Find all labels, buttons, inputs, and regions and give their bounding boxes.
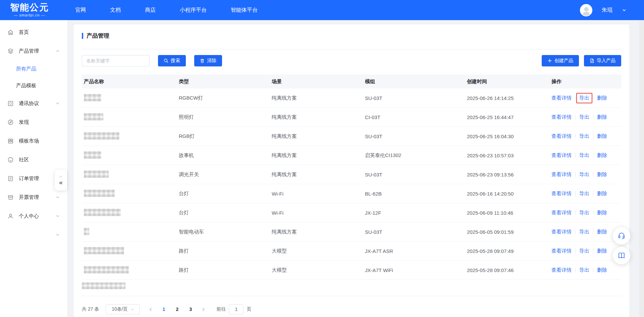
goto-page-input[interactable] (229, 304, 244, 314)
export-link[interactable]: 导出 (579, 210, 589, 216)
divider (593, 134, 593, 139)
divider (593, 115, 593, 119)
export-link[interactable]: 导出 (579, 152, 589, 159)
view-detail-link[interactable]: 查看详情 (551, 171, 572, 178)
plus-icon (547, 58, 552, 63)
divider (593, 268, 593, 272)
export-link[interactable]: 导出 (579, 114, 589, 120)
view-detail-link[interactable]: 查看详情 (551, 210, 572, 216)
export-link[interactable]: 导出 (579, 171, 589, 178)
nav-item-official-site[interactable]: 官网 (75, 7, 86, 14)
clear-button[interactable]: 清除 (194, 55, 222, 66)
sidebar-item-invoice-mgmt[interactable]: 开票管理 (0, 188, 67, 207)
sidebar-item-community[interactable]: 社区 (0, 150, 67, 169)
view-detail-link[interactable]: 查看详情 (551, 248, 572, 254)
delete-link[interactable]: 删除 (597, 152, 607, 159)
user-area: 朱琨 (580, 0, 627, 20)
export-link[interactable]: 导出 (579, 267, 589, 273)
cell-module: SU-03T (365, 95, 467, 101)
export-link[interactable]: 导出 (579, 229, 589, 235)
view-detail-link[interactable]: 查看详情 (551, 114, 572, 120)
divider (82, 49, 621, 49)
redacted-content (82, 282, 125, 289)
divider (575, 134, 576, 139)
cell-type: 调光开关 (179, 171, 272, 178)
delete-link[interactable]: 删除 (597, 191, 607, 197)
col-type: 类型 (179, 78, 272, 85)
cell-type: 台灯 (179, 210, 272, 216)
delete-link[interactable]: 删除 (597, 267, 607, 273)
sidebar-item-template-market[interactable]: 模板市场 (0, 131, 67, 150)
import-product-button[interactable]: 导入产品 (584, 55, 621, 66)
sidebar-item-product-templates[interactable]: 产品模板 (0, 77, 67, 94)
page-size-select[interactable]: 10条/页 (106, 304, 140, 314)
nav-item-shop[interactable]: 商店 (145, 7, 156, 14)
user-name[interactable]: 朱琨 (602, 7, 612, 14)
delete-link[interactable]: 删除 (597, 229, 607, 235)
docs-button[interactable] (613, 247, 630, 264)
sidebar-item-blank[interactable] (0, 225, 67, 244)
page-title: 产品管理 (87, 32, 109, 40)
delete-link[interactable]: 删除 (597, 114, 607, 120)
table-row: 照明灯 纯离线方案 CI-03T 2025-06-25 16:44:47 查看详… (82, 108, 621, 127)
view-detail-link[interactable]: 查看详情 (551, 95, 572, 101)
view-detail-link[interactable]: 查看详情 (551, 229, 572, 235)
col-actions: 操作 (551, 78, 621, 85)
create-product-button[interactable]: 创建产品 (542, 55, 579, 66)
sidebar-item-label: 订单管理 (19, 175, 39, 182)
cell-type: 故事机 (179, 152, 272, 159)
community-icon (7, 157, 14, 163)
chevron-down-icon[interactable] (622, 8, 627, 12)
sidebar-item-all-products[interactable]: 所有产品 (0, 60, 67, 77)
sidebar-item-product-mgmt[interactable]: 产品管理 (0, 42, 67, 60)
redacted-product-name (84, 151, 101, 159)
sidebar: 首页 产品管理 所有产品 产品模板 通讯协议 (0, 20, 67, 317)
view-detail-link[interactable]: 查看详情 (551, 133, 572, 140)
sidebar-item-label: 首页 (19, 29, 29, 36)
cell-module: JX-A7T ASR (365, 248, 467, 254)
nav-item-miniprogram-platform[interactable]: 小程序平台 (180, 7, 207, 14)
divider (593, 172, 593, 177)
view-detail-link[interactable]: 查看详情 (551, 191, 572, 197)
export-link[interactable]: 导出 (579, 133, 589, 140)
delete-link[interactable]: 删除 (597, 95, 607, 101)
prev-page-button[interactable] (149, 307, 153, 312)
page-title-row: 产品管理 (82, 24, 621, 40)
delete-link[interactable]: 删除 (597, 171, 607, 178)
search-input[interactable] (82, 55, 150, 66)
redacted-product-name (84, 209, 121, 216)
export-link[interactable]: 导出 (579, 191, 589, 197)
sidebar-collapse-handle[interactable]: « (55, 170, 67, 191)
cell-created: 2025-05-28 09:07:49 (467, 248, 551, 254)
page-scrollbar[interactable] (639, 20, 644, 317)
page-number-1[interactable]: 1 (161, 307, 166, 312)
col-created: 创建时间 (467, 78, 551, 85)
view-detail-link[interactable]: 查看详情 (551, 152, 572, 159)
divider (593, 249, 593, 253)
sidebar-item-personal-center[interactable]: 个人中心 (0, 207, 67, 225)
sidebar-item-discover[interactable]: 发现 (0, 113, 67, 131)
delete-link[interactable]: 删除 (597, 248, 607, 254)
delete-link[interactable]: 删除 (597, 133, 607, 140)
nav-item-agent-platform[interactable]: 智能体平台 (231, 7, 258, 14)
cell-scene: 纯离线方案 (272, 229, 365, 235)
page-number-2[interactable]: 2 (174, 307, 180, 312)
delete-link[interactable]: 删除 (597, 210, 607, 216)
avatar[interactable] (580, 4, 592, 16)
search-button[interactable]: 搜索 (158, 55, 186, 66)
divider (593, 229, 593, 234)
export-link[interactable]: 导出 (579, 95, 589, 101)
col-module: 模组 (365, 78, 467, 85)
support-button[interactable] (613, 227, 630, 245)
redacted-product-name (84, 170, 109, 178)
nav-item-docs[interactable]: 文档 (110, 7, 121, 14)
sidebar-item-home[interactable]: 首页 (0, 23, 67, 42)
divider (82, 296, 621, 296)
cell-module: SU-03T (365, 172, 467, 177)
logo[interactable]: 智能公元 — smartpi.cn — (10, 3, 49, 17)
export-link[interactable]: 导出 (579, 248, 589, 254)
page-number-3[interactable]: 3 (188, 307, 193, 312)
next-page-button[interactable] (201, 307, 206, 312)
sidebar-item-protocol[interactable]: 通讯协议 (0, 94, 67, 113)
view-detail-link[interactable]: 查看详情 (551, 267, 572, 273)
